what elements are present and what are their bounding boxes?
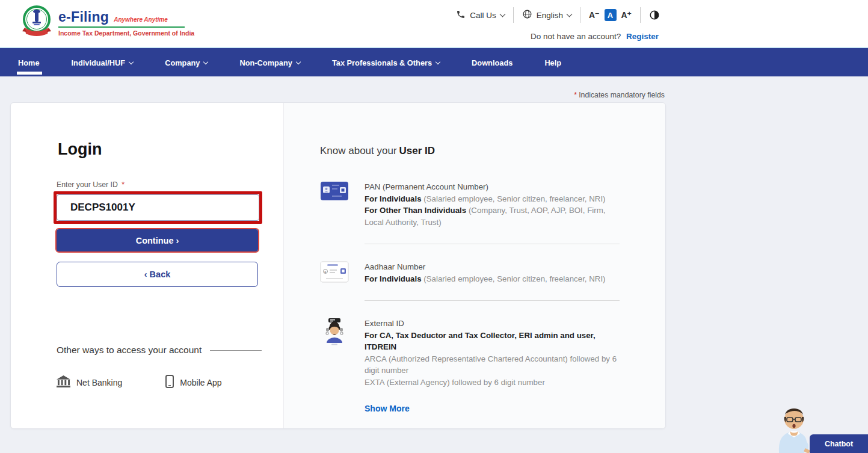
heading-rule	[210, 350, 262, 351]
font-default-button[interactable]: A	[605, 9, 617, 21]
asterisk: *	[574, 91, 577, 99]
continue-button[interactable]: Continue ›	[57, 229, 258, 251]
external-id-line1-bold: For CA, Tax Deductor and Tax Collector, …	[365, 331, 596, 352]
show-more-link[interactable]: Show More	[365, 404, 410, 413]
nav-label: Help	[544, 58, 561, 67]
external-id-title: External ID	[365, 318, 620, 330]
pan-line1-bold: For Individuals	[365, 194, 422, 203]
nav-item-non-company[interactable]: Non-Company	[239, 48, 300, 76]
nav-label: Individual/HUF	[72, 58, 126, 67]
nav-label: Downloads	[472, 58, 512, 67]
user-id-highlight-annotation	[54, 191, 262, 224]
aadhaar-title: Aadhaar Number	[365, 261, 620, 273]
contrast-toggle-icon[interactable]	[649, 10, 660, 20]
aadhaar-info-text: Aadhaar Number For Individuals (Salaried…	[365, 261, 620, 285]
nav-item-individual-huf[interactable]: Individual/HUF	[72, 48, 134, 76]
main-nav: Home Individual/HUF Company Non-Company …	[0, 47, 868, 76]
login-form: Login Enter your User ID * Continue › ‹ …	[11, 103, 283, 428]
nav-label: Non-Company	[239, 58, 292, 67]
header-utilities: Call Us English A⁻ A A⁺	[456, 7, 660, 23]
divider	[365, 300, 620, 301]
other-ways-text: Other ways to access your account	[57, 345, 202, 356]
globe-icon	[522, 9, 532, 21]
header: e-Filing Anywhere Anytime Income Tax Dep…	[0, 0, 868, 47]
bank-icon	[57, 375, 70, 390]
pan-info-text: PAN (Permanent Account Number) For Indiv…	[365, 181, 620, 228]
efiling-logo: e-Filing Anywhere Anytime Income Tax Dep…	[21, 5, 194, 41]
divider	[640, 7, 641, 23]
divider	[365, 244, 620, 244]
mandatory-fields-note: *Indicates mandatory fields	[574, 91, 665, 99]
login-card: Login Enter your User ID * Continue › ‹ …	[10, 102, 666, 429]
nav-label: Company	[165, 58, 200, 67]
chevron-down-icon	[203, 60, 208, 64]
divider	[513, 7, 514, 23]
know-title-bold: User ID	[399, 145, 436, 156]
user-id-input[interactable]	[57, 194, 259, 221]
pan-line1-rest: (Salaried employee, Senior citizen, free…	[422, 194, 606, 203]
nav-label: Home	[18, 58, 40, 67]
call-us-menu[interactable]: Call Us	[456, 10, 505, 21]
external-id-info-item: External ID For CA, Tax Deductor and Tax…	[320, 318, 665, 388]
font-increase-button[interactable]: A⁺	[621, 10, 632, 20]
know-panel-title: Know about yourUser ID	[320, 145, 665, 157]
pan-card-icon	[320, 181, 349, 228]
brand-title: e-Filing	[58, 9, 109, 25]
mobile-app-label: Mobile App	[180, 378, 221, 387]
access-options: Net Banking Mobile App	[57, 375, 283, 390]
nav-label: Tax Professionals & Others	[332, 58, 432, 67]
register-link[interactable]: Register	[626, 32, 659, 41]
external-id-line2: ARCA (Authorized Representative Chartere…	[365, 353, 620, 377]
net-banking-label: Net Banking	[76, 378, 122, 387]
chatbot-label: Chatbot	[825, 440, 853, 448]
divider	[580, 7, 580, 23]
language-menu[interactable]: English	[522, 9, 571, 21]
chevron-down-icon	[567, 11, 573, 17]
asterisk: *	[122, 180, 125, 189]
net-banking-option[interactable]: Net Banking	[57, 375, 122, 390]
font-size-controls: A⁻ A A⁺	[589, 9, 632, 21]
language-label: English	[537, 11, 563, 20]
external-id-line3: EXTA (External Agency) followed by 6 dig…	[365, 377, 620, 389]
know-about-panel: Know about yourUser ID PAN (Permanent	[283, 103, 665, 428]
phone-icon	[456, 10, 466, 21]
user-id-label: Enter your User ID *	[57, 180, 283, 189]
mandatory-note-text: Indicates mandatory fields	[579, 91, 665, 99]
chatbot-launcher[interactable]: Chatbot	[810, 434, 868, 453]
chevron-down-icon	[129, 60, 134, 64]
chevron-down-icon	[436, 60, 440, 64]
pan-title: PAN (Permanent Account Number)	[365, 181, 620, 193]
brand-tagline: Anywhere Anytime	[114, 16, 168, 23]
account-prompt-row: Do not have an account? Register	[531, 32, 659, 41]
smartphone-icon	[165, 375, 174, 390]
aadhaar-card-icon: a	[320, 261, 349, 285]
chevron-down-icon	[296, 60, 301, 64]
nav-item-tax-professionals[interactable]: Tax Professionals & Others	[332, 48, 440, 76]
mobile-app-option[interactable]: Mobile App	[165, 375, 221, 390]
nav-item-company[interactable]: Company	[165, 48, 208, 76]
other-ways-heading: Other ways to access your account	[57, 345, 283, 356]
login-title: Login	[58, 140, 283, 159]
external-id-info-text: External ID For CA, Tax Deductor and Tax…	[365, 318, 620, 388]
font-decrease-button[interactable]: A⁻	[589, 10, 600, 20]
nav-item-help[interactable]: Help	[544, 48, 561, 76]
department-name: Income Tax Department, Government of Ind…	[58, 29, 194, 37]
know-title-prefix: Know about your	[320, 145, 397, 156]
back-button[interactable]: ‹ Back	[57, 262, 258, 287]
chevron-down-icon	[499, 11, 505, 17]
nav-item-home[interactable]: Home	[18, 48, 40, 76]
pan-info-item: PAN (Permanent Account Number) For Indiv…	[320, 181, 665, 228]
nav-item-downloads[interactable]: Downloads	[472, 48, 512, 76]
user-id-label-text: Enter your User ID	[57, 180, 118, 189]
aadhaar-info-item: a Aadhaar Number For Individuals (Salari…	[320, 261, 665, 285]
call-us-label: Call Us	[470, 11, 496, 20]
continue-click-annotation: Continue ›	[55, 228, 259, 253]
aadhaar-line1-rest: (Salaried employee, Senior citizen, free…	[422, 274, 606, 283]
pan-line2-bold: For Other Than Individuals	[365, 206, 466, 215]
account-prompt-text: Do not have an account?	[531, 32, 621, 41]
logo-divider	[58, 26, 185, 28]
external-id-agent-icon	[320, 318, 349, 388]
income-tax-emblem-icon	[21, 5, 52, 41]
aadhaar-line1-bold: For Individuals	[365, 274, 422, 283]
